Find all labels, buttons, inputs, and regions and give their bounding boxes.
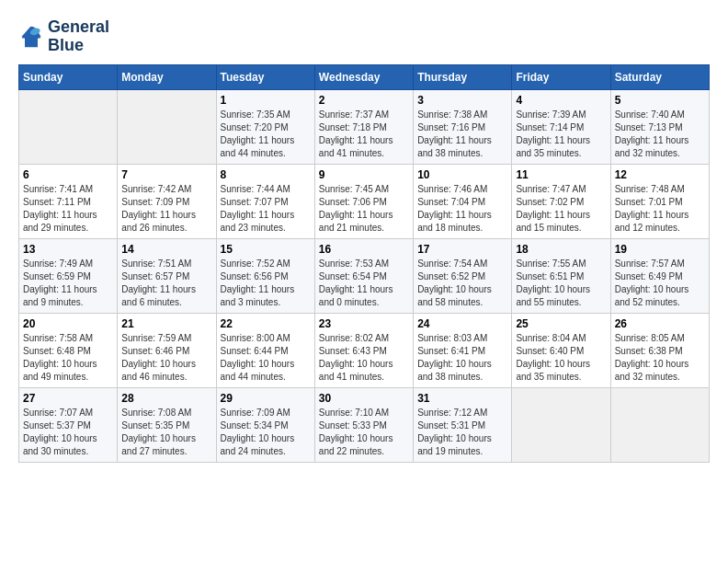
day-number: 6 (23, 168, 113, 181)
calendar-day-cell: 29 Sunrise: 7:09 AMSunset: 5:34 PMDaylig… (216, 387, 314, 462)
day-detail: Sunrise: 8:00 AMSunset: 6:44 PMDaylight:… (221, 332, 311, 384)
day-detail: Sunrise: 7:41 AMSunset: 7:11 PMDaylight:… (23, 183, 113, 235)
day-number: 26 (615, 317, 705, 330)
day-detail: Sunrise: 7:40 AMSunset: 7:13 PMDaylight:… (615, 109, 705, 160)
calendar-day-cell: 14 Sunrise: 7:51 AMSunset: 6:57 PMDaylig… (118, 238, 216, 313)
calendar-day-cell: 20 Sunrise: 7:58 AMSunset: 6:48 PMDaylig… (19, 313, 118, 387)
logo-text: General Blue (48, 18, 109, 55)
day-detail: Sunrise: 7:53 AMSunset: 6:54 PMDaylight:… (319, 258, 409, 309)
day-number: 2 (319, 94, 409, 107)
day-number: 12 (615, 168, 705, 181)
day-detail: Sunrise: 7:59 AMSunset: 6:46 PMDaylight:… (121, 332, 211, 384)
day-detail: Sunrise: 7:58 AMSunset: 6:48 PMDaylight:… (23, 332, 113, 384)
calendar-day-cell: 23 Sunrise: 8:02 AMSunset: 6:43 PMDaylig… (314, 313, 413, 387)
calendar-day-cell: 3 Sunrise: 7:38 AMSunset: 7:16 PMDayligh… (414, 89, 512, 164)
calendar-day-cell: 18 Sunrise: 7:55 AMSunset: 6:51 PMDaylig… (512, 238, 610, 313)
calendar-week-row: 1 Sunrise: 7:35 AMSunset: 7:20 PMDayligh… (19, 89, 710, 164)
calendar-table: Sunday Monday Tuesday Wednesday Thursday… (18, 64, 710, 463)
page-header: General Blue (18, 18, 710, 55)
day-detail: Sunrise: 7:07 AMSunset: 5:37 PMDaylight:… (23, 407, 113, 458)
day-detail: Sunrise: 7:08 AMSunset: 5:35 PMDaylight:… (121, 407, 211, 458)
calendar-day-cell: 16 Sunrise: 7:53 AMSunset: 6:54 PMDaylig… (314, 238, 413, 313)
day-detail: Sunrise: 8:04 AMSunset: 6:40 PMDaylight:… (516, 332, 606, 384)
day-number: 24 (417, 317, 507, 330)
calendar-day-cell (610, 387, 709, 462)
day-detail: Sunrise: 7:45 AMSunset: 7:06 PMDaylight:… (319, 183, 409, 235)
day-number: 7 (121, 168, 211, 181)
calendar-day-cell: 26 Sunrise: 8:05 AMSunset: 6:38 PMDaylig… (610, 313, 709, 387)
day-number: 1 (221, 94, 311, 107)
col-thursday: Thursday (414, 64, 512, 89)
day-number: 8 (221, 168, 311, 181)
day-number: 13 (23, 243, 113, 256)
calendar-day-cell: 10 Sunrise: 7:46 AMSunset: 7:04 PMDaylig… (414, 164, 512, 238)
day-number: 5 (615, 94, 705, 107)
calendar-week-row: 6 Sunrise: 7:41 AMSunset: 7:11 PMDayligh… (19, 164, 710, 238)
day-number: 3 (417, 94, 507, 107)
day-number: 25 (516, 317, 606, 330)
calendar-day-cell: 27 Sunrise: 7:07 AMSunset: 5:37 PMDaylig… (19, 387, 118, 462)
day-number: 20 (23, 317, 113, 330)
day-number: 23 (319, 317, 409, 330)
day-detail: Sunrise: 7:54 AMSunset: 6:52 PMDaylight:… (417, 258, 507, 309)
day-number: 16 (319, 243, 409, 256)
col-friday: Friday (512, 64, 610, 89)
day-number: 11 (516, 168, 606, 181)
calendar-day-cell: 25 Sunrise: 8:04 AMSunset: 6:40 PMDaylig… (512, 313, 610, 387)
day-detail: Sunrise: 7:47 AMSunset: 7:02 PMDaylight:… (516, 183, 606, 235)
col-sunday: Sunday (19, 64, 118, 89)
day-detail: Sunrise: 7:35 AMSunset: 7:20 PMDaylight:… (221, 109, 311, 160)
day-number: 14 (121, 243, 211, 256)
calendar-header-row: Sunday Monday Tuesday Wednesday Thursday… (19, 64, 710, 89)
calendar-day-cell: 11 Sunrise: 7:47 AMSunset: 7:02 PMDaylig… (512, 164, 610, 238)
day-detail: Sunrise: 7:10 AMSunset: 5:33 PMDaylight:… (319, 407, 409, 458)
calendar-day-cell: 12 Sunrise: 7:48 AMSunset: 7:01 PMDaylig… (610, 164, 709, 238)
day-number: 21 (121, 317, 211, 330)
calendar-day-cell: 1 Sunrise: 7:35 AMSunset: 7:20 PMDayligh… (216, 89, 314, 164)
calendar-day-cell: 2 Sunrise: 7:37 AMSunset: 7:18 PMDayligh… (314, 89, 413, 164)
day-number: 15 (221, 243, 311, 256)
day-detail: Sunrise: 7:51 AMSunset: 6:57 PMDaylight:… (121, 258, 211, 309)
day-number: 22 (221, 317, 311, 330)
day-number: 19 (615, 243, 705, 256)
calendar-day-cell (19, 89, 118, 164)
day-detail: Sunrise: 7:37 AMSunset: 7:18 PMDaylight:… (319, 109, 409, 160)
calendar-day-cell: 9 Sunrise: 7:45 AMSunset: 7:06 PMDayligh… (314, 164, 413, 238)
day-number: 28 (121, 392, 211, 405)
calendar-day-cell: 6 Sunrise: 7:41 AMSunset: 7:11 PMDayligh… (19, 164, 118, 238)
day-detail: Sunrise: 7:49 AMSunset: 6:59 PMDaylight:… (23, 258, 113, 309)
logo: General Blue (18, 18, 109, 55)
logo-icon (18, 24, 44, 50)
day-detail: Sunrise: 7:52 AMSunset: 6:56 PMDaylight:… (221, 258, 311, 309)
calendar-day-cell: 30 Sunrise: 7:10 AMSunset: 5:33 PMDaylig… (314, 387, 413, 462)
day-detail: Sunrise: 7:39 AMSunset: 7:14 PMDaylight:… (516, 109, 606, 160)
day-detail: Sunrise: 7:42 AMSunset: 7:09 PMDaylight:… (121, 183, 211, 235)
calendar-day-cell: 22 Sunrise: 8:00 AMSunset: 6:44 PMDaylig… (216, 313, 314, 387)
day-detail: Sunrise: 8:05 AMSunset: 6:38 PMDaylight:… (615, 332, 705, 384)
day-number: 29 (221, 392, 311, 405)
calendar-day-cell: 4 Sunrise: 7:39 AMSunset: 7:14 PMDayligh… (512, 89, 610, 164)
col-saturday: Saturday (610, 64, 709, 89)
calendar-day-cell: 24 Sunrise: 8:03 AMSunset: 6:41 PMDaylig… (414, 313, 512, 387)
calendar-week-row: 27 Sunrise: 7:07 AMSunset: 5:37 PMDaylig… (19, 387, 710, 462)
calendar-day-cell (118, 89, 216, 164)
calendar-day-cell (512, 387, 610, 462)
day-detail: Sunrise: 7:09 AMSunset: 5:34 PMDaylight:… (221, 407, 311, 458)
col-tuesday: Tuesday (216, 64, 314, 89)
day-detail: Sunrise: 7:38 AMSunset: 7:16 PMDaylight:… (417, 109, 507, 160)
day-number: 31 (417, 392, 507, 405)
day-number: 9 (319, 168, 409, 181)
day-number: 27 (23, 392, 113, 405)
calendar-day-cell: 13 Sunrise: 7:49 AMSunset: 6:59 PMDaylig… (19, 238, 118, 313)
day-detail: Sunrise: 7:12 AMSunset: 5:31 PMDaylight:… (417, 407, 507, 458)
day-number: 4 (516, 94, 606, 107)
calendar-day-cell: 19 Sunrise: 7:57 AMSunset: 6:49 PMDaylig… (610, 238, 709, 313)
col-wednesday: Wednesday (314, 64, 413, 89)
calendar-day-cell: 8 Sunrise: 7:44 AMSunset: 7:07 PMDayligh… (216, 164, 314, 238)
calendar-day-cell: 15 Sunrise: 7:52 AMSunset: 6:56 PMDaylig… (216, 238, 314, 313)
day-detail: Sunrise: 8:03 AMSunset: 6:41 PMDaylight:… (417, 332, 507, 384)
calendar-week-row: 13 Sunrise: 7:49 AMSunset: 6:59 PMDaylig… (19, 238, 710, 313)
day-detail: Sunrise: 8:02 AMSunset: 6:43 PMDaylight:… (319, 332, 409, 384)
calendar-day-cell: 21 Sunrise: 7:59 AMSunset: 6:46 PMDaylig… (118, 313, 216, 387)
day-detail: Sunrise: 7:55 AMSunset: 6:51 PMDaylight:… (516, 258, 606, 309)
